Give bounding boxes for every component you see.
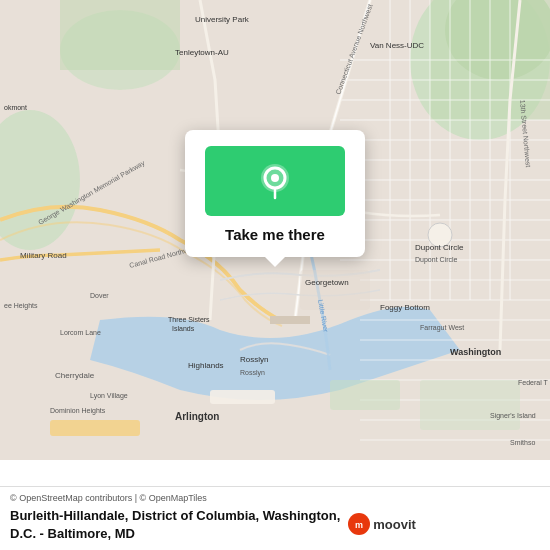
location-pin-icon (256, 162, 294, 200)
moovit-text: moovit (373, 517, 416, 532)
pin-area (205, 146, 345, 216)
svg-rect-34 (270, 316, 310, 324)
moovit-icon: m (348, 513, 370, 535)
location-title: Burleith-Hillandale, District of Columbi… (10, 506, 340, 542)
svg-rect-35 (50, 420, 140, 436)
svg-rect-6 (60, 0, 180, 70)
svg-point-37 (428, 223, 452, 247)
map-background[interactable]: University Park Tenleytown-AU Van Ness-U… (0, 0, 550, 460)
svg-rect-38 (300, 270, 370, 310)
map-container: University Park Tenleytown-AU Van Ness-U… (0, 0, 550, 550)
take-me-there-button[interactable]: Take me there (225, 226, 325, 243)
svg-point-74 (271, 174, 279, 182)
bottom-bar: © OpenStreetMap contributors | © OpenMap… (0, 486, 550, 550)
popup-card: Take me there (185, 130, 365, 257)
svg-text:m: m (355, 520, 363, 530)
svg-rect-36 (210, 390, 275, 404)
svg-rect-40 (420, 380, 520, 430)
location-text: Burleith-Hillandale, District of Columbi… (10, 508, 340, 541)
attribution-text: © OpenStreetMap contributors | © OpenMap… (10, 493, 540, 503)
moovit-logo: m moovit (348, 513, 416, 535)
svg-rect-39 (330, 380, 400, 410)
